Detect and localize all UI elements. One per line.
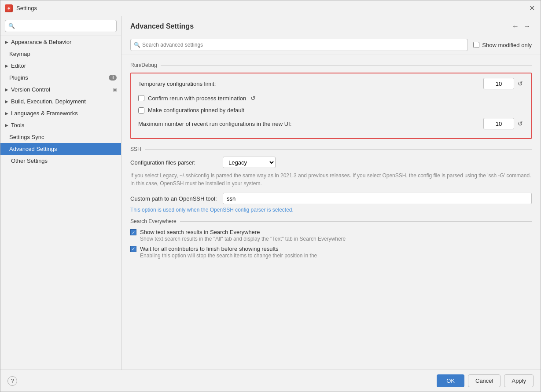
sidebar-item-label: Keymap <box>9 51 30 57</box>
sidebar-item-advanced-settings[interactable]: Advanced Settings <box>0 143 121 155</box>
wait-contributors-row: ✓ Wait for all contributors to finish be… <box>130 245 532 260</box>
max-recent-row: Maximum number of recent run configurati… <box>138 118 524 129</box>
show-text-search-checkbox[interactable]: ✓ <box>130 229 136 235</box>
content-area: 🔍 ▶ Appearance & Behavior Keymap ▶ Edito… <box>0 16 541 370</box>
confirm-rerun-checkbox[interactable] <box>138 95 144 101</box>
config-parser-label: Configuration files parser: <box>130 159 218 166</box>
search-icon: 🔍 <box>134 42 140 48</box>
confirm-rerun-reset-btn[interactable]: ↺ <box>250 94 257 103</box>
make-pinned-row: Make configurations pinned by default <box>138 107 524 114</box>
sidebar-item-label: Version Control <box>11 86 50 93</box>
main-content: Advanced Settings ← → 🔍 Show modified on… <box>121 16 541 370</box>
custom-path-label: Custom path to an OpenSSH tool: <box>130 195 218 202</box>
ok-button[interactable]: OK <box>437 374 464 387</box>
show-modified-label: Show modified only <box>473 42 532 48</box>
sidebar-search-wrapper: 🔍 <box>5 20 117 32</box>
confirm-rerun-label: Confirm rerun with process termination <box>148 95 246 102</box>
sidebar-item-label: Advanced Settings <box>9 146 57 152</box>
run-debug-highlight-box: Temporary configurations limit: ↺ Confir… <box>130 73 532 139</box>
back-button[interactable]: ← <box>511 22 520 31</box>
sidebar-item-editor[interactable]: ▶ Editor <box>0 60 121 72</box>
sidebar-item-label: Editor <box>11 62 26 69</box>
arrow-icon: ▶ <box>5 40 8 44</box>
footer-buttons: OK Cancel Apply <box>437 374 534 387</box>
search-row: 🔍 Show modified only <box>121 35 541 55</box>
apply-button[interactable]: Apply <box>504 374 534 387</box>
sidebar-item-version-control[interactable]: ▶ Version Control ▣ <box>0 84 121 95</box>
plugins-badge: 3 <box>109 75 117 81</box>
confirm-rerun-row: Confirm rerun with process termination ↺ <box>138 94 524 103</box>
vcs-icon: ▣ <box>113 87 117 92</box>
sidebar-item-build[interactable]: ▶ Build, Execution, Deployment <box>0 95 121 107</box>
sidebar-item-label: Tools <box>11 122 24 128</box>
temp-config-input[interactable] <box>483 78 514 89</box>
sidebar-item-tools[interactable]: ▶ Tools <box>0 119 121 131</box>
arrow-icon: ▶ <box>5 63 8 68</box>
window-title: Settings <box>16 5 524 11</box>
cancel-button[interactable]: Cancel <box>468 374 501 387</box>
arrow-icon: ▶ <box>5 111 8 116</box>
sidebar-item-label: Plugins <box>9 74 28 81</box>
sidebar-search-icon: 🔍 <box>8 23 15 29</box>
show-text-search-text: Show text search results in Search Every… <box>140 229 346 243</box>
sidebar-item-label: Build, Execution, Deployment <box>11 98 86 105</box>
sidebar-item-appearance[interactable]: ▶ Appearance & Behavior <box>0 36 121 48</box>
run-debug-section-label: Run/Debug <box>130 62 532 68</box>
wait-contributors-checkbox[interactable]: ✓ <box>130 246 136 252</box>
forward-button[interactable]: → <box>522 22 532 31</box>
title-bar: Settings ✕ <box>0 0 541 16</box>
custom-path-input[interactable] <box>223 193 532 204</box>
show-modified-checkbox[interactable] <box>473 42 479 48</box>
config-parser-row: Configuration files parser: Legacy OpenS… <box>130 157 532 168</box>
arrow-icon: ▶ <box>5 87 8 92</box>
footer: ? OK Cancel Apply <box>0 370 541 392</box>
max-recent-input[interactable] <box>483 118 514 129</box>
custom-path-row: Custom path to an OpenSSH tool: <box>130 193 532 204</box>
make-pinned-checkbox[interactable] <box>138 107 144 114</box>
sidebar-item-label: Languages & Frameworks <box>11 110 78 117</box>
show-text-search-label: Show text search results in Search Every… <box>140 229 346 235</box>
page-title: Advanced Settings <box>130 22 506 30</box>
sidebar-item-label: Appearance & Behavior <box>11 39 71 45</box>
scrollable-content: Run/Debug Temporary configurations limit… <box>121 55 541 370</box>
show-text-search-sub: Show text search results in the "All" ta… <box>140 235 346 243</box>
nav-arrows: ← → <box>511 22 532 31</box>
search-everywhere-section-label: Search Everywhere <box>130 218 532 224</box>
max-recent-label: Maximum number of recent run configurati… <box>138 121 291 127</box>
advanced-search-input[interactable] <box>130 39 468 51</box>
sidebar-item-plugins[interactable]: Plugins 3 <box>0 72 121 84</box>
temp-config-row: Temporary configurations limit: ↺ <box>138 78 524 89</box>
max-recent-reset-btn[interactable]: ↺ <box>517 119 524 128</box>
sidebar-search-input[interactable] <box>5 20 117 32</box>
wait-contributors-label: Wait for all contributors to finish befo… <box>140 245 317 252</box>
advanced-search-wrapper: 🔍 <box>130 39 468 51</box>
settings-window: Settings ✕ 🔍 ▶ Appearance & Behavior Key… <box>0 0 541 392</box>
close-button[interactable]: ✕ <box>527 4 536 13</box>
app-icon <box>5 4 13 12</box>
sidebar-item-label: Other Settings <box>11 158 48 164</box>
temp-config-reset-btn[interactable]: ↺ <box>517 79 524 88</box>
sidebar-item-keymap[interactable]: Keymap <box>0 48 121 60</box>
sidebar-item-languages[interactable]: ▶ Languages & Frameworks <box>0 107 121 119</box>
temp-config-label: Temporary configurations limit: <box>138 81 216 87</box>
arrow-icon: ▶ <box>5 99 8 104</box>
sidebar-item-label: Settings Sync <box>9 134 44 140</box>
sidebar: 🔍 ▶ Appearance & Behavior Keymap ▶ Edito… <box>0 16 121 370</box>
arrow-icon: ▶ <box>5 123 8 128</box>
max-recent-value: ↺ <box>483 118 524 129</box>
sidebar-item-settings-sync[interactable]: Settings Sync <box>0 131 121 143</box>
make-pinned-label: Make configurations pinned by default <box>148 107 244 114</box>
sidebar-item-other-settings[interactable]: ▶ Other Settings <box>0 155 121 167</box>
config-parser-select[interactable]: Legacy OpenSSH <box>223 157 276 168</box>
custom-path-helper: This option is used only when the OpenSS… <box>130 207 532 213</box>
wait-contributors-text: Wait for all contributors to finish befo… <box>140 245 317 260</box>
help-button[interactable]: ? <box>7 376 17 386</box>
ssh-helper-text: If you select Legacy, ~/.ssh/config is p… <box>130 172 532 187</box>
ssh-section-label: SSH <box>130 146 532 152</box>
temp-config-value: ↺ <box>483 78 524 89</box>
wait-contributors-sub: Enabling this option will stop the searc… <box>140 252 317 260</box>
show-text-search-row: ✓ Show text search results in Search Eve… <box>130 229 532 243</box>
main-header: Advanced Settings ← → <box>121 16 541 35</box>
sidebar-search-container: 🔍 <box>0 16 121 36</box>
